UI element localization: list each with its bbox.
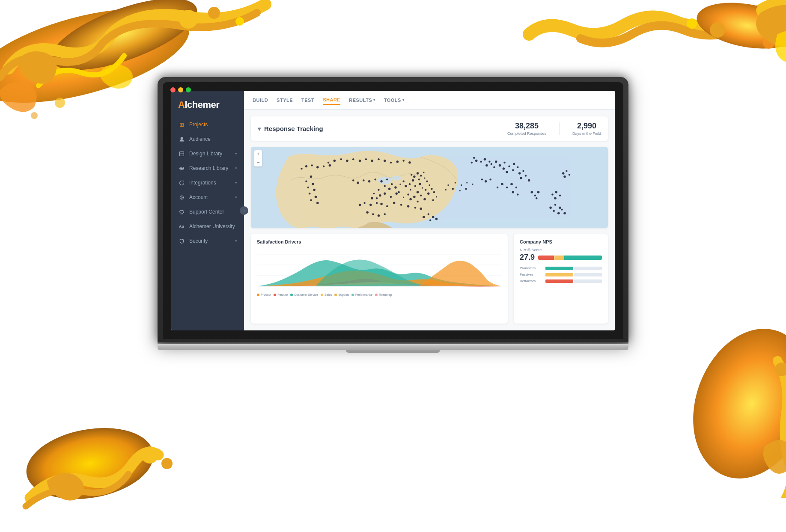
svg-point-44 — [417, 191, 419, 193]
detractors-bar-container — [545, 279, 602, 283]
nav-build[interactable]: BUILD — [253, 96, 268, 104]
svg-point-3 — [208, 7, 220, 19]
svg-point-94 — [323, 165, 325, 167]
svg-point-36 — [412, 179, 414, 181]
svg-point-5 — [55, 98, 65, 108]
sidebar-collapse-button[interactable]: › — [240, 206, 248, 215]
svg-point-75 — [380, 180, 382, 182]
svg-point-187 — [465, 188, 467, 190]
sidebar-item-research-library[interactable]: Research Library ▾ — [171, 161, 244, 175]
legend-support: Support — [334, 293, 349, 296]
sidebar-item-integrations[interactable]: Integrations ▾ — [171, 175, 244, 190]
satisfaction-chart-area — [257, 248, 502, 291]
svg-point-15 — [673, 318, 786, 495]
map-zoom-controls[interactable]: + − — [254, 150, 262, 166]
svg-point-182 — [466, 182, 467, 183]
sidebar-item-support-center[interactable]: Support Center — [171, 205, 244, 219]
svg-point-145 — [473, 157, 475, 159]
svg-point-50 — [433, 191, 435, 193]
svg-point-79 — [357, 181, 359, 184]
close-button[interactable] — [170, 87, 176, 92]
svg-point-163 — [566, 170, 567, 172]
product-legend-label: Product — [261, 293, 271, 296]
svg-point-190 — [489, 178, 491, 180]
chevron-icon: ▾ — [235, 152, 237, 156]
nav-share[interactable]: SHARE — [323, 95, 340, 105]
svg-rect-19 — [179, 152, 184, 156]
legend-product: Product — [257, 293, 271, 296]
svg-point-165 — [569, 174, 570, 175]
svg-point-113 — [340, 158, 342, 160]
roadmap-legend-label: Roadmap — [379, 293, 392, 296]
sidebar-item-design-library[interactable]: Design Library ▾ — [171, 146, 244, 161]
performance-legend-label: Performance — [355, 293, 372, 296]
svg-point-157 — [506, 187, 508, 188]
svg-point-107 — [366, 211, 368, 213]
svg-point-147 — [471, 162, 473, 163]
sidebar-item-account[interactable]: Account ▾ — [171, 190, 244, 205]
svg-point-101 — [386, 205, 388, 207]
sidebar-item-audience[interactable]: Audience — [171, 132, 244, 146]
screen-bezel: Alchemer ⊞ Projects Audience — [163, 82, 623, 339]
svg-point-146 — [475, 160, 477, 162]
svg-point-104 — [369, 204, 372, 206]
svg-point-169 — [536, 197, 537, 199]
svg-point-40 — [422, 187, 423, 188]
svg-point-155 — [497, 187, 498, 188]
svg-point-29 — [417, 172, 419, 174]
svg-point-115 — [352, 158, 354, 160]
svg-point-67 — [390, 196, 392, 198]
svg-point-132 — [499, 164, 501, 166]
svg-point-105 — [363, 202, 365, 204]
maximize-button[interactable] — [186, 87, 191, 92]
svg-point-162 — [562, 172, 564, 174]
svg-point-58 — [417, 201, 418, 202]
support-center-icon — [178, 208, 185, 215]
svg-point-160 — [512, 191, 514, 193]
svg-point-143 — [525, 175, 527, 176]
svg-point-140 — [518, 172, 521, 174]
svg-point-166 — [530, 191, 533, 193]
satisfaction-drivers-panel: Satisfaction Drivers — [251, 234, 508, 324]
top-navigation: BUILD STYLE TEST SHARE RESULTS ▾ TOOLS ▾ — [244, 91, 615, 110]
svg-point-6 — [31, 112, 38, 119]
nps-score-number: 27.9 — [520, 253, 535, 262]
svg-point-152 — [557, 212, 560, 214]
svg-point-70 — [379, 194, 381, 196]
nav-tools[interactable]: TOOLS ▾ — [384, 96, 405, 104]
svg-point-47 — [402, 181, 404, 182]
svg-point-32 — [423, 172, 424, 173]
svg-point-42 — [429, 184, 430, 186]
sidebar-item-security[interactable]: Security ▾ — [171, 234, 244, 248]
roadmap-legend-dot — [375, 294, 378, 296]
nav-style[interactable]: STYLE — [277, 96, 293, 104]
svg-point-174 — [423, 216, 425, 218]
svg-point-95 — [329, 164, 331, 166]
svg-point-1 — [43, 0, 205, 85]
svg-point-8 — [755, 0, 786, 31]
svg-point-28 — [392, 176, 401, 181]
svg-point-103 — [376, 202, 378, 204]
sidebar: Alchemer ⊞ Projects Audience — [171, 91, 244, 330]
promoters-bar-segment — [564, 256, 602, 260]
zoom-in-button[interactable]: + — [254, 150, 262, 158]
nav-results[interactable]: RESULTS ▾ — [349, 96, 375, 104]
minimize-button[interactable] — [178, 87, 183, 92]
nav-test[interactable]: TEST — [301, 96, 314, 104]
svg-point-109 — [378, 214, 380, 217]
svg-point-12 — [21, 419, 159, 508]
svg-point-99 — [414, 207, 416, 208]
svg-point-111 — [328, 162, 329, 163]
audience-icon — [178, 136, 185, 143]
expand-icon[interactable]: ▾ — [258, 125, 261, 132]
sidebar-item-projects[interactable]: ⊞ Projects — [171, 117, 244, 132]
zoom-out-button[interactable]: − — [254, 158, 262, 166]
svg-point-124 — [408, 161, 411, 163]
detractors-bar — [545, 279, 573, 283]
svg-point-34 — [418, 178, 420, 180]
sidebar-item-alchemer-university[interactable]: Au Alchemer University — [171, 219, 244, 234]
svg-point-185 — [452, 188, 454, 190]
legend-roadmap: Roadmap — [375, 293, 392, 296]
charts-row: Satisfaction Drivers — [251, 234, 608, 324]
legend-sales: Sales — [321, 293, 332, 296]
